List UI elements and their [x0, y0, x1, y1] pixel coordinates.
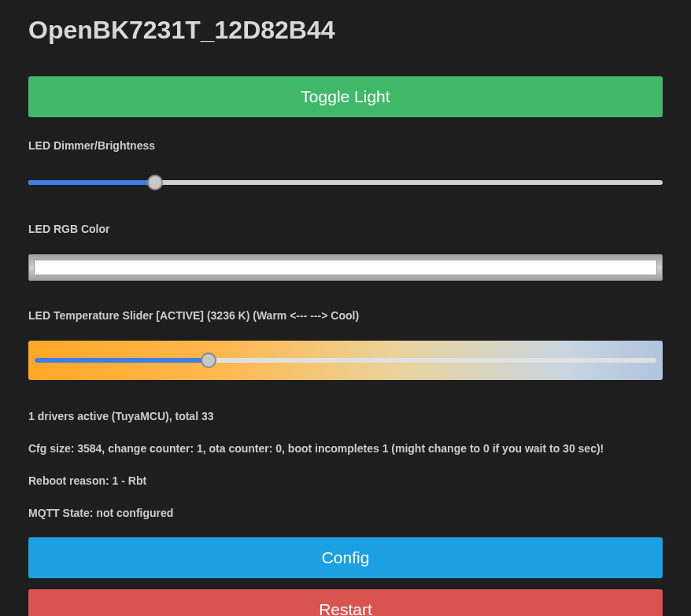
temperature-label: LED Temperature Slider [ACTIVE] (3236 K)…	[28, 309, 663, 322]
brightness-slider[interactable]	[28, 171, 663, 194]
rgb-label: LED RGB Color	[28, 223, 663, 235]
rgb-color-picker[interactable]	[28, 254, 663, 281]
mqtt-status: MQTT State: not configured	[28, 505, 663, 522]
reboot-status: Reboot reason: 1 - Rbt	[28, 473, 663, 489]
temperature-section: LED Temperature Slider [ACTIVE] (3236 K)…	[28, 309, 663, 380]
config-button[interactable]: Config	[28, 537, 663, 578]
brightness-label: LED Dimmer/Brightness	[28, 139, 663, 152]
restart-button[interactable]: Restart	[28, 589, 663, 616]
cfg-status: Cfg size: 3584, change counter: 1, ota c…	[28, 441, 663, 457]
page-title: OpenBK7231T_12D82B44	[28, 16, 663, 45]
brightness-section: LED Dimmer/Brightness	[28, 139, 663, 194]
temperature-slider[interactable]	[28, 341, 663, 380]
rgb-section: LED RGB Color	[28, 223, 663, 281]
drivers-status: 1 drivers active (TuyaMCU), total 33	[28, 408, 663, 425]
toggle-light-button[interactable]: Toggle Light	[28, 76, 663, 117]
